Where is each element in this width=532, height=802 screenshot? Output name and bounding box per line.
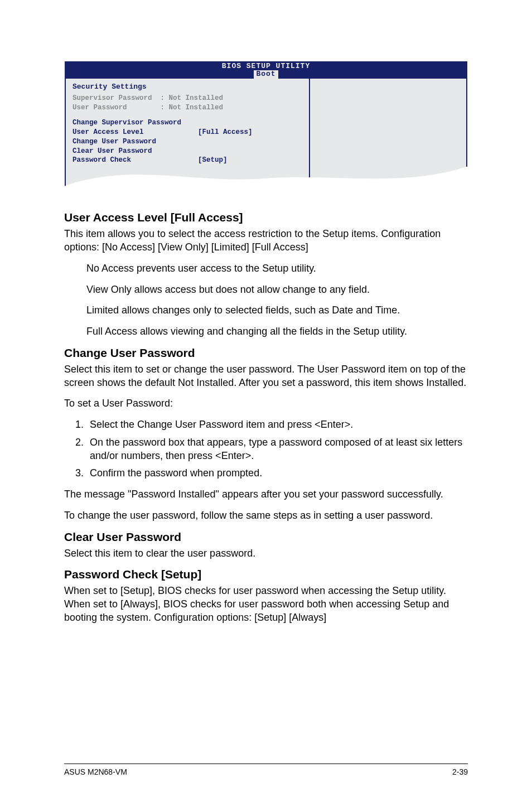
bios-row-clear-user: Clear User Password xyxy=(72,147,303,156)
page-footer: ASUS M2N68-VM 2-39 xyxy=(64,764,468,776)
step-2: On the password box that appears, type a… xyxy=(86,436,468,463)
para-ual-limited: Limited allows changes only to selected … xyxy=(86,304,468,317)
bios-row-supervisor-password: Supervisor Password : Not Installed xyxy=(72,94,303,103)
para-ual-full: Full Access allows viewing and changing … xyxy=(86,325,468,339)
para-chg-user-4: To change the user password, follow the … xyxy=(64,509,468,523)
bios-row-change-user: Change User Password xyxy=(72,137,303,147)
bios-row-password-check: Password Check [Setup] xyxy=(72,156,303,165)
para-chg-user-3: The message "Password Installed" appears… xyxy=(64,488,468,501)
para-chg-user-2: To set a User Password: xyxy=(64,397,468,410)
step-1: Select the Change User Password item and… xyxy=(86,418,468,432)
bios-right-panel xyxy=(310,79,466,189)
heading-clear-user-password: Clear User Password xyxy=(64,530,468,544)
bios-row-user-access-level: User Access Level [Full Access] xyxy=(72,128,303,137)
heading-password-check: Password Check [Setup] xyxy=(64,568,468,581)
footer-left: ASUS M2N68-VM xyxy=(64,767,127,776)
spacer xyxy=(72,113,303,118)
para-ual-intro: This item allows you to select the acces… xyxy=(64,228,468,254)
heading-change-user-password: Change User Password xyxy=(64,346,468,360)
bios-row-user-password: User Password : Not Installed xyxy=(72,103,303,113)
para-ual-noaccess: No Access prevents user access to the Se… xyxy=(86,262,468,276)
bios-titlebar: BIOS SETUP UTILITY Boot xyxy=(65,61,467,79)
bios-screenshot: BIOS SETUP UTILITY Boot Security Setting… xyxy=(65,61,467,189)
bios-body: Security Settings Supervisor Password : … xyxy=(65,79,467,189)
para-ual-viewonly: View Only allows access but does not all… xyxy=(86,283,468,297)
bios-title-top: BIOS SETUP UTILITY xyxy=(65,62,467,70)
footer-right: 2-39 xyxy=(452,767,468,776)
bios-left-panel: Security Settings Supervisor Password : … xyxy=(65,79,310,189)
para-clear-user: Select this item to clear the user passw… xyxy=(64,547,468,561)
heading-user-access-level: User Access Level [Full Access] xyxy=(64,211,468,224)
bios-row-change-supervisor: Change Supervisor Password xyxy=(72,118,303,128)
step-3: Confirm the password when prompted. xyxy=(86,467,468,480)
bios-title-tab: Boot xyxy=(254,70,278,78)
para-chg-user-1: Select this item to set or change the us… xyxy=(64,363,468,390)
bios-panel-heading: Security Settings xyxy=(72,82,303,92)
para-password-check: When set to [Setup], BIOS checks for use… xyxy=(64,584,468,624)
steps-list: Select the Change User Password item and… xyxy=(64,418,468,480)
